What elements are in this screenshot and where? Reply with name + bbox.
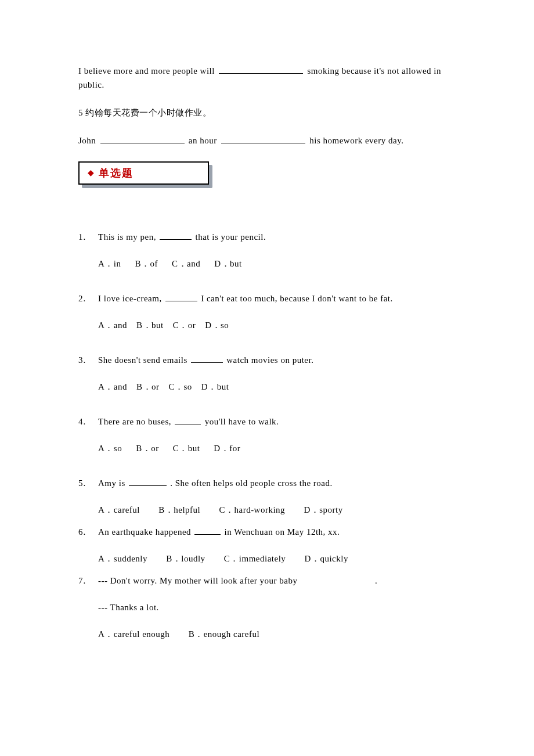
question-line-2: --- Thanks a lot. [98,600,456,614]
option-c[interactable]: C．but [173,441,200,455]
question-1: 1. This is my pen, that is your pencil. … [78,230,456,283]
option-b[interactable]: B．loudly [166,554,205,563]
option-b[interactable]: B．enough careful [189,629,260,639]
section-box: ◆ 单选题 [78,161,209,185]
text: I believe more and more people will [78,66,217,75]
text: in Wenchuan on May 12th, xx. [225,527,340,537]
question-4: 4. There are no buses, you'll have to wa… [78,415,456,468]
question-number: 5. [78,476,98,490]
option-d[interactable]: D．sporty [304,505,342,514]
text: There are no buses, [98,417,171,426]
text: I can't eat too much, because I don't wa… [201,294,393,303]
question-number: 3. [78,353,98,367]
fill-blank[interactable] [165,293,197,302]
option-c[interactable]: C．and [172,257,200,271]
option-b[interactable]: B．but [136,318,164,332]
intro-sentence-2: 5 约翰每天花费一个小时做作业。 [78,106,456,120]
question-3: 3. She doesn't send emails watch movies … [78,353,456,406]
question-body: --- Don't worry. My mother will look aft… [98,574,456,641]
question-number: 7. [78,574,98,588]
fill-blank[interactable] [160,232,192,240]
text: John [78,136,99,145]
text: --- Don't worry. My mother will look aft… [98,576,298,585]
text: his homework every day. [309,136,403,145]
options: A．and B．but C．or D．so [98,318,456,332]
options: A．so B．or C．but D．for [98,441,456,455]
text: She doesn't send emails [98,355,190,365]
intro-sentence-3: John an hour his homework every day. [78,134,456,147]
option-a[interactable]: A．careful [98,505,140,514]
option-b[interactable]: B．or [136,380,160,394]
question-7: 7. --- Don't worry. My mother will look … [78,574,456,641]
question-2: 2. I love ice-cream, I can't eat too muc… [78,291,456,345]
question-text: An earthquake happened in Wenchuan on Ma… [98,525,456,539]
question-text: Amy is . She often helps old people cros… [98,476,456,490]
fill-blank[interactable] [219,66,303,74]
option-a[interactable]: A．and [98,380,127,394]
question-6: 6. An earthquake happened in Wenchuan on… [78,525,456,566]
text: Amy is [98,478,128,488]
question-body: She doesn't send emails watch movies on … [98,353,456,406]
options: A．suddenly B．loudly C．immediately D．quic… [98,552,456,566]
option-d[interactable]: D．but [201,380,229,394]
text: I love ice-cream, [98,294,162,303]
text: . [375,576,377,585]
option-d[interactable]: D．so [205,318,229,332]
option-b[interactable]: B．or [136,441,159,455]
options: A．and B．or C．so D．but [98,380,456,394]
option-a[interactable]: A．and [98,318,127,332]
option-c[interactable]: C．or [173,318,196,332]
question-number: 6. [78,525,98,539]
question-number: 2. [78,291,98,305]
text: that is your pencil. [196,232,266,242]
question-text: She doesn't send emails watch movies on … [98,353,456,367]
option-c[interactable]: C．so [169,380,192,394]
section-label: 单选题 [99,165,134,182]
page: I believe more and more people will smok… [0,0,534,701]
question-text: I love ice-cream, I can't eat too much, … [98,291,456,305]
options: A．careful B．helpful C．hard-working D．spo… [98,503,456,517]
intro-sentence-1: I believe more and more people will smok… [78,64,456,92]
text: . She often helps old people cross the r… [170,478,332,488]
option-a[interactable]: A．suddenly [98,554,147,563]
section-header: ◆ 单选题 [78,161,218,189]
fill-blank[interactable] [221,135,305,144]
question-5: 5. Amy is . She often helps old people c… [78,476,456,517]
text: you'll have to walk. [205,417,279,426]
text: watch movies on puter. [226,355,313,365]
options: A．careful enough B．enough careful [98,627,456,641]
fill-blank[interactable] [194,527,221,535]
option-d[interactable]: D．but [214,257,242,271]
fill-blank[interactable] [191,355,223,363]
question-body: This is my pen, that is your pencil. A．i… [98,230,456,283]
options: A．in B．of C．and D．but [98,257,456,271]
text: An earthquake happened [98,527,193,537]
option-d[interactable]: D．quickly [305,554,348,563]
text: an hour [189,136,219,145]
question-body: There are no buses, you'll have to walk.… [98,415,456,468]
question-number: 4. [78,415,98,429]
option-d[interactable]: D．for [214,441,240,455]
option-a[interactable]: A．so [98,441,122,455]
question-body: I love ice-cream, I can't eat too much, … [98,291,456,345]
option-a[interactable]: A．in [98,257,121,271]
option-b[interactable]: B．of [135,257,158,271]
question-body: An earthquake happened in Wenchuan on Ma… [98,525,456,566]
question-text: This is my pen, that is your pencil. [98,230,456,244]
question-line-1: --- Don't worry. My mother will look aft… [98,574,456,588]
option-a[interactable]: A．careful enough [98,629,169,639]
diamond-icon: ◆ [88,167,94,179]
option-c[interactable]: C．immediately [224,554,286,563]
question-body: Amy is . She often helps old people cros… [98,476,456,517]
option-b[interactable]: B．helpful [158,505,200,514]
option-c[interactable]: C．hard-working [219,505,285,514]
text: This is my pen, [98,232,158,242]
fill-blank[interactable] [129,478,167,487]
question-number: 1. [78,230,98,244]
fill-blank[interactable] [100,135,185,144]
fill-blank[interactable] [175,416,201,425]
question-text: There are no buses, you'll have to walk. [98,415,456,429]
